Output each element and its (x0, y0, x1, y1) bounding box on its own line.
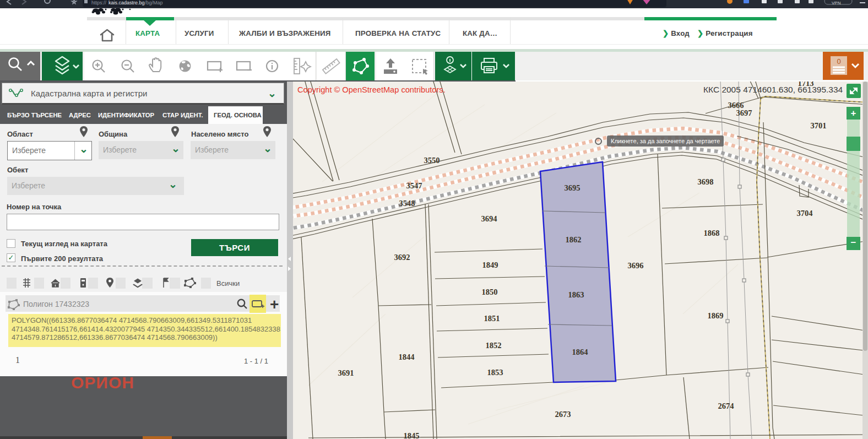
svg-text:/bg/Map: /bg/Map (145, 0, 163, 6)
svg-text:3696: 3696 (628, 261, 644, 270)
svg-text:1862: 1862 (566, 235, 582, 244)
svg-text:2674: 2674 (718, 402, 734, 410)
svg-text:1864: 1864 (572, 348, 588, 356)
svg-text:1849: 1849 (482, 261, 498, 269)
svg-text:3550: 3550 (424, 156, 440, 165)
svg-text:3691: 3691 (338, 368, 354, 377)
svg-text:1863: 1863 (568, 290, 584, 299)
svg-text:VPN: VPN (832, 1, 841, 6)
svg-text:kais.cadastre.bg: kais.cadastre.bg (109, 0, 145, 6)
svg-text:3697: 3697 (736, 109, 752, 117)
svg-text:1853: 1853 (487, 368, 503, 377)
svg-text:2673: 2673 (555, 410, 571, 419)
svg-text:3701: 3701 (811, 121, 827, 130)
svg-text:1850: 1850 (482, 288, 498, 296)
svg-text:1844: 1844 (399, 353, 415, 361)
svg-text:1845: 1845 (404, 431, 420, 439)
svg-text:https://: https:// (91, 0, 107, 6)
svg-text:3548: 3548 (399, 199, 415, 208)
svg-text:3694: 3694 (481, 214, 497, 223)
svg-text:3695: 3695 (565, 183, 581, 192)
svg-text:0: 0 (837, 57, 840, 66)
svg-text:1852: 1852 (486, 341, 502, 350)
svg-text:3704: 3704 (797, 209, 813, 218)
svg-text:1868: 1868 (704, 229, 720, 237)
svg-text:3547: 3547 (406, 181, 422, 190)
svg-text:3692: 3692 (394, 253, 410, 262)
svg-text:1851: 1851 (484, 314, 500, 323)
svg-text:1869: 1869 (708, 311, 724, 320)
svg-text:3698: 3698 (698, 177, 714, 186)
